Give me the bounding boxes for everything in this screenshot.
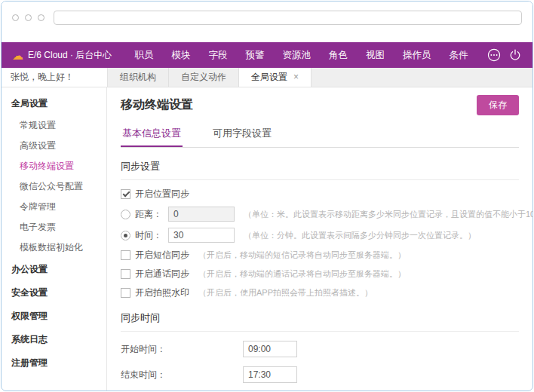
sub-header: 张悦，晚上好！ 组织机构 自定义动作 全局设置 ×	[2, 68, 532, 87]
tab-organization[interactable]: 组织机构	[108, 68, 169, 87]
window-control-dot	[12, 14, 19, 21]
location-sync-row: 开启位置同步	[121, 188, 519, 201]
end-time-label: 结束时间：	[121, 369, 243, 381]
nav-item-resource-pool[interactable]: 资源池	[282, 49, 311, 62]
tab-global-settings[interactable]: 全局设置 ×	[239, 68, 312, 87]
document-tabstrip: 组织机构 自定义动作 全局设置 ×	[107, 68, 532, 87]
tab-custom-action[interactable]: 自定义动作	[169, 68, 239, 87]
section-heading-sync-settings: 同步设置	[121, 160, 519, 180]
end-time-row: 结束时间：	[121, 366, 519, 383]
page-title: 移动终端设置	[121, 97, 193, 113]
app-header: ☁ E/6 Cloud · 后台中心 职员 模块 字段 预警 资源池 角色 视图…	[2, 42, 532, 68]
main-content: 移动终端设置 保存 基本信息设置 可用字段设置 同步设置 开启位置同步 距离： …	[107, 87, 532, 391]
sidebar-item-e-invoice[interactable]: 电子发票	[2, 217, 106, 237]
page-body: 全局设置 常规设置 高级设置 移动终端设置 微信公众号配置 令牌管理 电子发票 …	[2, 87, 532, 391]
start-time-label: 开始时间：	[121, 343, 243, 356]
save-button[interactable]: 保存	[477, 95, 519, 115]
sidebar-item-mobile-terminal-settings[interactable]: 移动终端设置	[2, 156, 106, 176]
sidebar-item-general-settings[interactable]: 常规设置	[2, 115, 106, 136]
app-logo[interactable]: ☁ E/6 Cloud · 后台中心	[12, 49, 112, 62]
call-sync-label: 开启通话同步	[135, 268, 189, 280]
user-greeting: 张悦，晚上好！	[2, 68, 107, 87]
distance-radio[interactable]	[121, 210, 130, 219]
distance-label: 距离：	[135, 208, 162, 221]
location-sync-label: 开启位置同步	[135, 188, 189, 201]
sidebar-item-token-management[interactable]: 令牌管理	[2, 197, 106, 217]
time-hint: （单位：分钟。此设置表示间隔多少分钟同步一次位置记录。）	[244, 230, 476, 241]
time-label: 时间：	[135, 229, 162, 242]
distance-input[interactable]	[168, 207, 235, 222]
nav-item-field[interactable]: 字段	[208, 49, 227, 62]
distance-hint: （单位：米。此设置表示移动距离多少米同步位置记录，且设置的值不能小于100。）	[244, 209, 532, 220]
more-ellipsis-icon[interactable]	[487, 48, 501, 62]
window-control-dot	[25, 14, 32, 21]
browser-window: ☁ E/6 Cloud · 后台中心 职员 模块 字段 预警 资源池 角色 视图…	[1, 1, 533, 391]
nav-item-operator[interactable]: 操作员	[403, 49, 431, 62]
nav-item-alert[interactable]: 预警	[245, 49, 264, 62]
location-sync-checkbox[interactable]	[121, 189, 130, 199]
sidebar-item-template-data-init[interactable]: 模板数据初始化	[2, 237, 106, 258]
sms-sync-label: 开启短信同步	[135, 249, 189, 262]
app-logo-text: E/6 Cloud · 后台中心	[28, 49, 112, 62]
time-radio[interactable]	[121, 231, 130, 240]
start-time-input[interactable]	[243, 341, 297, 357]
content-tabs: 基本信息设置 可用字段设置	[121, 121, 519, 148]
nav-item-staff[interactable]: 职员	[134, 49, 153, 62]
start-time-row: 开始时间：	[121, 341, 519, 357]
time-input[interactable]	[168, 228, 235, 243]
window-control-dot	[38, 14, 44, 21]
power-logout-icon[interactable]	[508, 48, 522, 62]
sidebar-item-wechat-config[interactable]: 微信公众号配置	[2, 176, 106, 197]
sidebar-section-office-settings[interactable]: 办公设置	[2, 258, 106, 281]
nav-item-condition[interactable]: 条件	[449, 49, 468, 62]
photo-watermark-checkbox[interactable]	[121, 288, 130, 298]
nav-item-module[interactable]: 模块	[171, 49, 190, 62]
cloud-icon: ☁	[12, 50, 23, 61]
call-sync-hint: （开启后，移动端的通话记录将自动同步至服务器端。）	[198, 268, 406, 280]
sidebar-item-advanced-settings[interactable]: 高级设置	[2, 136, 106, 156]
sidebar-section-system-log[interactable]: 系统日志	[2, 328, 106, 351]
tab-basic-info-settings[interactable]: 基本信息设置	[121, 121, 183, 147]
call-sync-checkbox[interactable]	[121, 269, 130, 279]
window-controls	[12, 11, 44, 24]
browser-chrome	[2, 2, 532, 42]
tab-global-settings-label: 全局设置	[251, 68, 287, 87]
nav-item-role[interactable]: 角色	[329, 49, 348, 62]
tab-available-field-settings[interactable]: 可用字段设置	[211, 121, 273, 147]
section-heading-sync-time: 同步时间	[121, 311, 519, 332]
photo-watermark-hint: （开启后，使用APP拍照会带上拍照者描述。）	[198, 287, 373, 299]
main-nav: 职员 模块 字段 预警 资源池 角色 视图 操作员 条件	[134, 49, 468, 62]
sidebar-section-security-settings[interactable]: 安全设置	[2, 281, 106, 305]
distance-row: 距离： （单位：米。此设置表示移动距离多少米同步位置记录，且设置的值不能小于10…	[121, 207, 519, 222]
close-tab-icon[interactable]: ×	[293, 68, 299, 87]
time-row: 时间： （单位：分钟。此设置表示间隔多少分钟同步一次位置记录。）	[121, 228, 519, 243]
sidebar-section-global-settings[interactable]: 全局设置	[2, 92, 106, 115]
sms-sync-hint: （开启后，移动端的短信记录将自动同步至服务器端。）	[198, 250, 406, 261]
photo-watermark-label: 开启拍照水印	[135, 286, 189, 299]
title-row: 移动终端设置 保存	[121, 95, 519, 115]
address-bar[interactable]	[54, 11, 522, 25]
call-sync-row: 开启通话同步 （开启后，移动端的通话记录将自动同步至服务器端。）	[121, 268, 519, 280]
settings-sidebar: 全局设置 常规设置 高级设置 移动终端设置 微信公众号配置 令牌管理 电子发票 …	[2, 87, 107, 391]
sms-sync-checkbox[interactable]	[121, 250, 130, 260]
photo-watermark-row: 开启拍照水印 （开启后，使用APP拍照会带上拍照者描述。）	[121, 286, 519, 299]
nav-item-view[interactable]: 视图	[366, 49, 385, 62]
sidebar-section-permission-management[interactable]: 权限管理	[2, 305, 106, 328]
sms-sync-row: 开启短信同步 （开启后，移动端的短信记录将自动同步至服务器端。）	[121, 249, 519, 262]
sidebar-section-registration-management[interactable]: 注册管理	[2, 351, 106, 375]
end-time-input[interactable]	[243, 366, 297, 383]
header-actions	[487, 48, 522, 62]
